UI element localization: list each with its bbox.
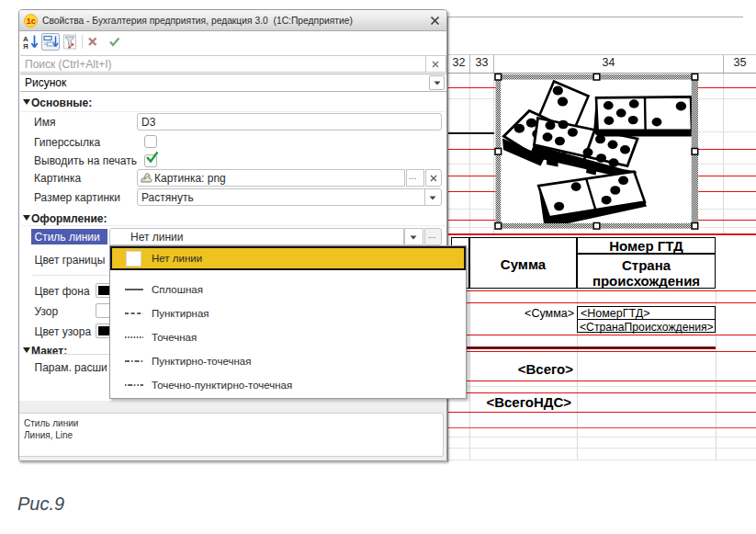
svg-text:1с: 1с xyxy=(27,17,36,26)
svg-text:Я: Я xyxy=(23,42,28,51)
